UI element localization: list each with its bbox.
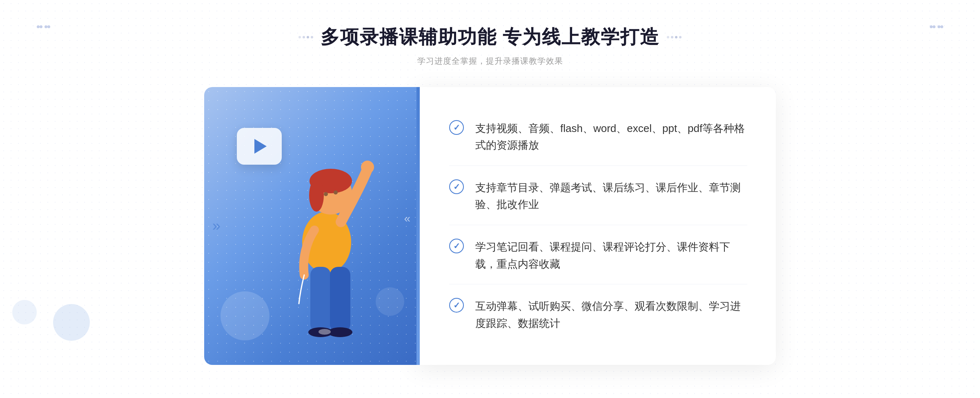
checkmark-2: ✓	[453, 183, 460, 191]
svg-rect-8	[330, 267, 350, 332]
illustration-area: «	[204, 87, 416, 365]
right-dots	[667, 36, 682, 38]
check-icon-3: ✓	[449, 239, 464, 253]
left-chevrons: »	[212, 217, 220, 235]
check-icon-1: ✓	[449, 120, 464, 135]
header-section: 多项录播课辅助功能 专为线上教学打造 学习进度全掌握，提升录播课教学效果	[298, 25, 682, 67]
feature-text-3: 学习笔记回看、课程提问、课程评论打分、课件资料下载，重点内容收藏	[475, 239, 747, 273]
content-area: »	[204, 87, 776, 365]
svg-point-3	[309, 179, 324, 212]
svg-point-4	[324, 192, 328, 196]
bottom-deco-circle-1	[53, 304, 90, 341]
feature-item-2: ✓ 支持章节目录、弹题考试、课后练习、课后作业、章节测验、批改作业	[449, 168, 747, 225]
illustration-chevrons: «	[404, 212, 410, 225]
feature-item-3: ✓ 学习笔记回看、课程提问、课程评论打分、课件资料下载，重点内容收藏	[449, 227, 747, 284]
page-title: 多项录播课辅助功能 专为线上教学打造	[321, 25, 660, 50]
person-illustration	[261, 128, 384, 365]
page-subtitle: 学习进度全掌握，提升录播课教学效果	[298, 56, 682, 67]
svg-point-5	[334, 190, 338, 195]
bottom-deco-circle-2	[12, 300, 37, 324]
svg-point-10	[328, 327, 352, 337]
svg-rect-7	[310, 267, 331, 332]
feature-text-1: 支持视频、音频、flash、word、excel、ppt、pdf等各种格式的资源…	[475, 120, 747, 154]
feature-item-1: ✓ 支持视频、音频、flash、word、excel、ppt、pdf等各种格式的…	[449, 109, 747, 166]
check-icon-2: ✓	[449, 179, 464, 194]
chevron-icon: »	[212, 217, 220, 234]
svg-point-6	[361, 161, 374, 174]
checkmark-4: ✓	[453, 301, 460, 309]
top-left-decoration	[37, 22, 50, 30]
page-container: 多项录播课辅助功能 专为线上教学打造 学习进度全掌握，提升录播课教学效果 »	[0, 0, 980, 398]
features-panel: ✓ 支持视频、音频、flash、word、excel、ppt、pdf等各种格式的…	[416, 87, 776, 365]
checkmark-1: ✓	[453, 123, 460, 132]
svg-point-11	[318, 329, 331, 335]
title-row: 多项录播课辅助功能 专为线上教学打造	[298, 25, 682, 50]
illustration-background: «	[204, 87, 416, 365]
feature-text-4: 互动弹幕、试听购买、微信分享、观看次数限制、学习进度跟踪、数据统计	[475, 298, 747, 332]
check-icon-4: ✓	[449, 298, 464, 313]
checkmark-3: ✓	[453, 242, 460, 250]
feature-text-2: 支持章节目录、弹题考试、课后练习、课后作业、章节测验、批改作业	[475, 179, 747, 213]
feature-item-4: ✓ 互动弹幕、试听购买、微信分享、观看次数限制、学习进度跟踪、数据统计	[449, 286, 747, 343]
left-dots	[298, 36, 313, 38]
top-right-decoration	[930, 22, 943, 30]
